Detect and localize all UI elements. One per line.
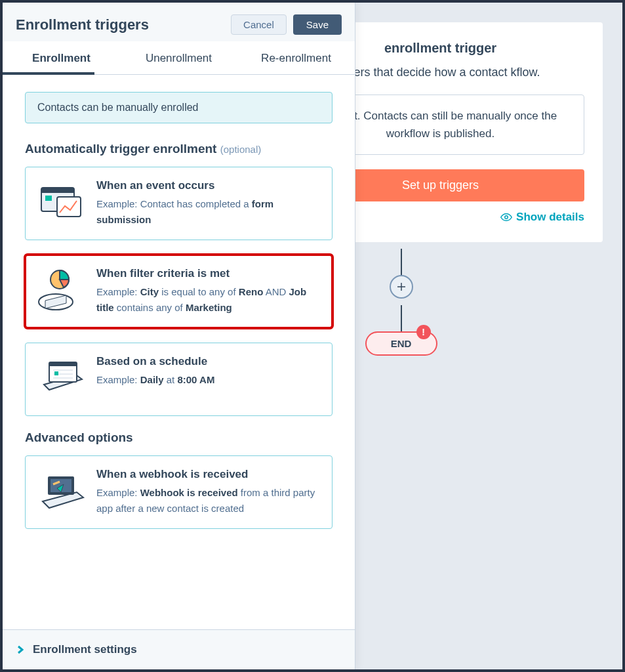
svg-point-0: [505, 216, 508, 219]
alert-icon: !: [416, 325, 431, 339]
trigger-title: When a webhook is received: [96, 468, 320, 481]
svg-rect-4: [41, 188, 74, 193]
flow-connector: [401, 305, 402, 331]
trigger-title: When filter criteria is met: [96, 267, 320, 280]
tabs-bar: Enrollment Unenrollment Re-enrollment: [3, 41, 355, 75]
pie-chart-icon: [37, 267, 86, 316]
end-node[interactable]: ! END: [365, 331, 437, 356]
trigger-schedule[interactable]: Based on a schedule Example: Daily at 8:…: [25, 343, 333, 416]
chevron-right-icon: [17, 645, 24, 654]
plus-icon: [395, 281, 407, 293]
trigger-filter-criteria[interactable]: When filter criteria is met Example: Cit…: [25, 255, 333, 328]
save-button[interactable]: Save: [293, 14, 342, 35]
show-details-label: Show details: [516, 211, 584, 224]
tab-enrollment[interactable]: Enrollment: [3, 41, 120, 74]
laptop-webhook-icon: [37, 468, 86, 516]
trigger-example: Example: City is equal to any of Reno AN…: [96, 284, 320, 316]
add-step-button[interactable]: [390, 275, 413, 299]
cancel-button[interactable]: Cancel: [231, 14, 287, 35]
calendar-monitor-icon: [37, 355, 86, 404]
enrollment-settings-toggle[interactable]: Enrollment settings: [3, 629, 355, 669]
monitor-chart-icon: [37, 179, 86, 228]
panel-title: Enrollment triggers: [16, 16, 149, 33]
trigger-webhook[interactable]: When a webhook is received Example: Webh…: [25, 455, 333, 529]
eye-icon: [500, 211, 512, 223]
svg-rect-5: [57, 197, 81, 217]
trigger-event-occurs[interactable]: When an event occurs Example: Contact ha…: [25, 167, 333, 240]
advanced-heading: Advanced options: [25, 430, 333, 445]
trigger-example: Example: Contact has completed a form su…: [96, 196, 320, 228]
svg-rect-6: [45, 196, 52, 201]
flow-connector: [401, 249, 402, 275]
auto-trigger-heading: Automatically trigger enrollment (option…: [25, 142, 333, 156]
enrollment-triggers-panel: Enrollment triggers Cancel Save Enrollme…: [3, 3, 355, 669]
manual-enroll-banner: Contacts can be manually enrolled: [25, 92, 333, 123]
trigger-example: Example: Daily at 8:00 AM: [96, 372, 214, 388]
trigger-example: Example: Webhook is received from a thir…: [96, 485, 320, 516]
tab-unenrollment[interactable]: Unenrollment: [120, 41, 237, 74]
trigger-title: When an event occurs: [96, 179, 320, 192]
svg-rect-10: [49, 362, 77, 366]
svg-rect-14: [54, 371, 58, 375]
trigger-title: Based on a schedule: [96, 355, 214, 368]
enrollment-settings-label: Enrollment settings: [33, 643, 137, 656]
tab-re-enrollment[interactable]: Re-enrollment: [237, 41, 355, 74]
